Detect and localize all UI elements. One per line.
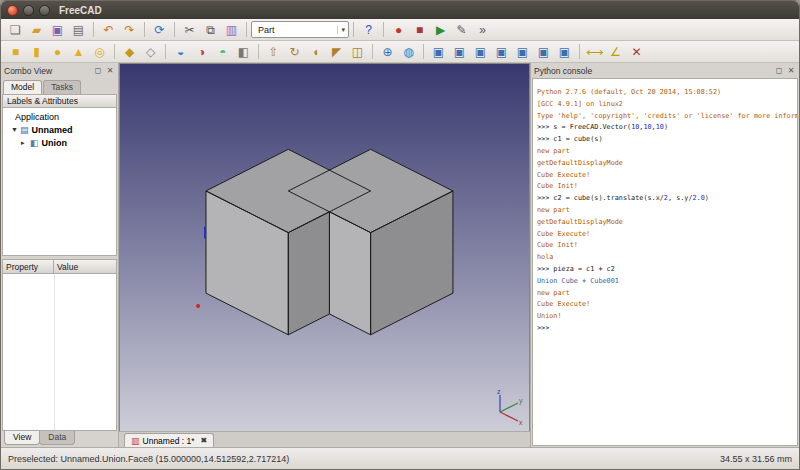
panel-float-icon[interactable]: ◻	[774, 66, 784, 75]
column-divider	[54, 274, 55, 430]
property-table-body	[2, 274, 117, 431]
tree-item-label: Union	[42, 138, 68, 148]
console-line: Cube Init!	[537, 181, 793, 193]
part-torus-icon[interactable]: ◎	[89, 42, 110, 62]
toolbar-separator	[246, 22, 247, 37]
titlebar: FreeCAD	[1, 1, 799, 19]
view-right-icon[interactable]: ▣	[491, 42, 512, 62]
axis-y-label: y	[519, 397, 523, 405]
console-line: Python 2.7.6 (default, Oct 20 2014, 15:0…	[537, 87, 793, 99]
clear-measurement-icon[interactable]: ✕	[626, 42, 647, 62]
toolbar-separator	[114, 44, 115, 59]
tab-data[interactable]: Data	[39, 431, 75, 445]
view-bottom-icon[interactable]: ▣	[533, 42, 554, 62]
workbench-selector[interactable]: Part▾	[251, 21, 349, 38]
document-tab-unnamed[interactable]: ▥ Unnamed : 1* ✖	[124, 433, 214, 447]
window-close-button[interactable]	[7, 5, 18, 16]
part-cylinder-icon[interactable]: ▮	[26, 42, 47, 62]
console-line: Cube Execute!	[537, 299, 793, 311]
tab-model[interactable]: Model	[3, 80, 42, 94]
part-cone-icon[interactable]: ▲	[68, 42, 89, 62]
copy-icon[interactable]: ⧉	[200, 20, 221, 40]
freecad-document-icon: ▥	[131, 436, 140, 446]
shape-builder-icon[interactable]: ◇	[140, 42, 161, 62]
panel-close-icon[interactable]: ✕	[786, 66, 796, 75]
chamfer-icon[interactable]: ◤	[326, 42, 347, 62]
toolbar-overflow-icon[interactable]: »	[472, 20, 493, 40]
draw-style-icon[interactable]: ◍	[398, 42, 419, 62]
axis-z-label: z	[497, 390, 501, 395]
tree-item-unnamed[interactable]: ▼ ▤ Unnamed	[3, 123, 116, 136]
view-isometric-icon[interactable]: ▣	[428, 42, 449, 62]
view-front-icon[interactable]: ▣	[449, 42, 470, 62]
fit-all-icon[interactable]: ⊕	[377, 42, 398, 62]
new-file-icon[interactable]: ❏	[5, 20, 26, 40]
view-rear-icon[interactable]: ▣	[512, 42, 533, 62]
window-maximize-button[interactable]	[39, 5, 50, 16]
tree-item-union[interactable]: ▸ ◧ Union	[3, 136, 116, 149]
extrude-icon[interactable]: ⇧	[263, 42, 284, 62]
panel-close-icon[interactable]: ✕	[105, 66, 115, 75]
boolean-union-icon[interactable]: ◒	[170, 42, 191, 62]
3d-viewport[interactable]: z y x	[119, 63, 530, 431]
property-table-header: Property Value	[2, 259, 117, 274]
whats-this-icon[interactable]: ?	[358, 20, 379, 40]
property-column-header[interactable]: Property	[2, 259, 54, 274]
cross-section-icon[interactable]: ◧	[233, 42, 254, 62]
save-file-icon[interactable]: ▣	[47, 20, 68, 40]
macro-record-icon[interactable]: ●	[388, 20, 409, 40]
macro-stop-icon[interactable]: ■	[409, 20, 430, 40]
tree-item-application[interactable]: Application	[3, 110, 116, 123]
print-icon[interactable]: ▤	[68, 20, 89, 40]
open-file-icon[interactable]: ▰	[26, 20, 47, 40]
mdi-area: z y x ▥ Unnamed : 1* ✖	[119, 63, 530, 447]
mdi-tab-bar: ▥ Unnamed : 1* ✖	[119, 431, 530, 447]
tab-tasks[interactable]: Tasks	[43, 80, 81, 94]
view-left-icon[interactable]: ▣	[554, 42, 575, 62]
console-line: Cube Execute!	[537, 229, 793, 241]
python-console-output[interactable]: Python 2.7.6 (default, Oct 20 2014, 15:0…	[532, 78, 798, 446]
console-line: new part	[537, 146, 793, 158]
create-primitives-icon[interactable]: ◆	[119, 42, 140, 62]
fillet-icon[interactable]: ◖	[305, 42, 326, 62]
undo-icon[interactable]: ↶	[98, 20, 119, 40]
union-solid[interactable]	[120, 64, 529, 431]
value-column-header[interactable]: Value	[53, 259, 117, 274]
cut-icon[interactable]: ✂	[179, 20, 200, 40]
measure-linear-icon[interactable]: ⟷	[584, 42, 605, 62]
redo-icon[interactable]: ↷	[119, 20, 140, 40]
panel-float-icon[interactable]: ◻	[93, 66, 103, 75]
tab-close-icon[interactable]: ✖	[201, 436, 208, 445]
mirror-icon[interactable]: ◫	[347, 42, 368, 62]
boolean-cut-icon[interactable]: ◑	[191, 42, 212, 62]
toolbar-separator	[579, 44, 580, 59]
python-console-panel: Python console ◻ ✕ Python 2.7.6 (default…	[530, 63, 799, 447]
view-top-icon[interactable]: ▣	[470, 42, 491, 62]
boolean-intersection-icon[interactable]: ◓	[212, 42, 233, 62]
toolbar-separator	[258, 44, 259, 59]
toolbar-standard: ❏▰▣▤↶↷⟳✂⧉▥Part▾?●■▶✎»	[1, 19, 799, 41]
combo-view-panel: Combo View ◻ ✕ Model Tasks Labels & Attr…	[1, 63, 119, 447]
macro-play-icon[interactable]: ▶	[430, 20, 451, 40]
window-minimize-button[interactable]	[23, 5, 34, 16]
tab-view[interactable]: View	[4, 431, 40, 445]
chevron-down-icon: ▾	[337, 26, 345, 34]
chevron-collapsed-icon[interactable]: ▸	[21, 139, 30, 147]
macro-edit-icon[interactable]: ✎	[451, 20, 472, 40]
refresh-icon[interactable]: ⟳	[149, 20, 170, 40]
console-line: >>> pieza = c1 + c2	[537, 264, 793, 276]
console-line: Union Cube + Cube001	[537, 276, 793, 288]
revolve-icon[interactable]: ↻	[284, 42, 305, 62]
combo-view-title: Combo View	[4, 66, 91, 76]
console-line: >>> c2 = cube(s).translate(s.x/2, s.y/2.…	[537, 193, 793, 205]
part-box-icon[interactable]: ■	[5, 42, 26, 62]
measure-angular-icon[interactable]: ∠	[605, 42, 626, 62]
paste-icon[interactable]: ▥	[221, 20, 242, 40]
part-sphere-icon[interactable]: ●	[47, 42, 68, 62]
combo-view-tabs: Model Tasks	[1, 78, 118, 94]
face-front-right-cube1[interactable]	[288, 212, 329, 335]
console-line: Union!	[537, 311, 793, 323]
chevron-expanded-icon[interactable]: ▼	[11, 126, 20, 133]
face-front-left-cube2[interactable]	[329, 212, 370, 335]
property-view-tabs: View Data	[1, 431, 118, 447]
